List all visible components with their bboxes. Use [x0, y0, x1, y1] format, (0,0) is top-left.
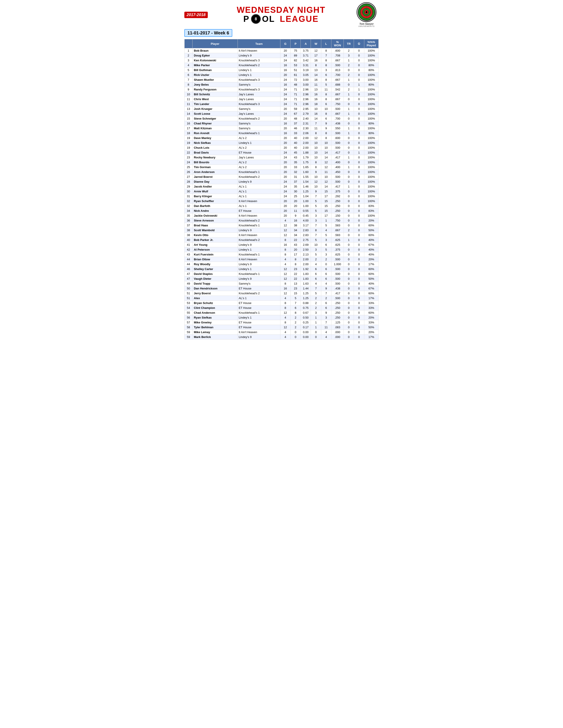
stat-cell: 3.00 — [301, 82, 311, 87]
stat-cell: 0 — [344, 179, 354, 184]
rank: 44 — [184, 257, 192, 262]
stat-cell: 48 — [290, 116, 301, 121]
col-won-pct: %WON — [331, 39, 344, 48]
stat-cell: 16 — [290, 218, 301, 223]
stat-cell: .500 — [331, 257, 344, 262]
stat-cell: 23 — [290, 267, 301, 272]
stat-cell: 2 — [311, 257, 321, 262]
stat-cell: 16 — [280, 131, 290, 136]
stat-cell: .667 — [331, 58, 344, 63]
stat-cell: 61 — [290, 73, 301, 77]
player-name: Jacob Andler — [192, 184, 237, 189]
stat-cell: 24 — [280, 150, 290, 155]
table-row: 11Chris WestJay's Lanes24712.96168.66700… — [184, 97, 379, 102]
stat-cell: 9 — [311, 170, 321, 174]
stat-cell: 3 — [321, 238, 331, 242]
stat-cell: 20% — [364, 315, 379, 320]
stat-cell: 8 — [321, 48, 331, 53]
title-ol: OL — [262, 14, 275, 24]
stat-cell: 40 — [290, 145, 301, 150]
player-name: Chuck Lois — [192, 145, 237, 150]
stat-cell: 0 — [354, 126, 364, 131]
stat-cell: 100% — [364, 189, 379, 194]
stat-cell: 10 — [311, 141, 321, 145]
stat-cell: 0 — [311, 335, 321, 340]
stat-cell: 0 — [354, 218, 364, 223]
stat-cell: 14 — [321, 150, 331, 155]
stat-cell: 8 — [280, 247, 290, 252]
stat-cell: 4.00 — [301, 218, 311, 223]
table-row: 43Kurt FuersteinKnucklehead's 18172.1353… — [184, 252, 379, 257]
stat-cell: 89 — [290, 53, 301, 58]
date-bar: 11-01-2017 - Week 6 — [184, 29, 232, 37]
rank: 32 — [184, 204, 192, 208]
stat-cell: 20 — [280, 136, 290, 141]
col-player: Player — [192, 39, 237, 48]
stat-cell: 12 — [280, 291, 290, 296]
stat-cell: 8 — [311, 165, 321, 170]
stat-cell: 60% — [364, 291, 379, 296]
player-name: Aron Anderson — [192, 170, 237, 174]
stat-cell: .250 — [331, 199, 344, 204]
stat-cell: 3.05 — [301, 73, 311, 77]
stat-cell: 8 — [280, 306, 290, 310]
player-name: Alex — [192, 296, 237, 301]
team-name: Lindey's 1 — [238, 73, 280, 77]
stat-cell: 6 — [311, 267, 321, 272]
rank: 10 — [184, 92, 192, 97]
table-row: 22Brad DavisET House24451.881014.4170110… — [184, 150, 379, 155]
stat-cell: 0 — [344, 116, 354, 121]
stat-cell: 6 — [321, 73, 331, 77]
rank: 37 — [184, 223, 192, 228]
stat-cell: 20 — [280, 141, 290, 145]
stat-cell: 0 — [344, 102, 354, 107]
stat-cell: 30 — [290, 189, 301, 194]
team-name: Lindey's 9 — [238, 53, 280, 58]
stat-cell: 75 — [290, 48, 301, 53]
team-name: Jay's Lanes — [238, 97, 280, 102]
stat-cell: 83% — [364, 208, 379, 213]
stat-cell: 33% — [364, 320, 379, 325]
stat-cell: 0 — [344, 325, 354, 330]
stat-cell: 7 — [321, 320, 331, 325]
stat-cell: .500 — [331, 179, 344, 184]
stat-cell: 10 — [311, 174, 321, 179]
table-row: 1Bob BraunIt Ain't Heaven20753.75128.600… — [184, 48, 379, 53]
stat-cell: 20 — [280, 73, 290, 77]
table-row: 8Joey BelesSammy's16483.00115.6880180% — [184, 82, 379, 87]
stat-cell: .500 — [331, 63, 344, 68]
table-row: 53Bryan SchultzET House870.8826.2500033% — [184, 301, 379, 306]
stat-cell: 0 — [290, 335, 301, 340]
stat-cell: 0 — [344, 199, 354, 204]
player-name: Mike Parker — [192, 63, 237, 68]
stat-cell: 25 — [290, 194, 301, 199]
stat-cell: 0 — [354, 242, 364, 247]
stat-cell: 10 — [321, 174, 331, 179]
team-name: ET House — [238, 301, 280, 306]
stat-cell: 100% — [364, 97, 379, 102]
stat-cell: 46 — [290, 126, 301, 131]
player-name: David Staples — [192, 272, 237, 276]
stat-cell: 0 — [344, 141, 354, 145]
stat-cell: 0 — [354, 335, 364, 340]
stat-cell: 0 — [344, 252, 354, 257]
stat-cell: 10 — [311, 184, 321, 189]
table-row: 37Brad HaasKnucklehead's 112383.1775.583… — [184, 223, 379, 228]
rank: 57 — [184, 320, 192, 325]
stat-cell: 1 — [311, 320, 321, 325]
table-row: 28Dianne DayLindey's 924371.541212.50000… — [184, 179, 379, 184]
rank: 51 — [184, 296, 192, 301]
player-name: Bill Guthman — [192, 68, 237, 73]
rank: 5 — [184, 68, 192, 73]
stat-cell: 5 — [311, 204, 321, 208]
stat-cell: 4 — [321, 330, 331, 335]
player-name: Nick Andre — [192, 208, 237, 213]
stat-cell: 6 — [321, 276, 331, 281]
stat-cell: .438 — [331, 286, 344, 291]
stat-cell: 0 — [354, 325, 364, 330]
stat-cell: 2.69 — [301, 242, 311, 247]
rank: 24 — [184, 160, 192, 165]
stat-cell: 24 — [280, 102, 290, 107]
stat-cell: 14 — [321, 184, 331, 189]
stat-cell: 20% — [364, 218, 379, 223]
